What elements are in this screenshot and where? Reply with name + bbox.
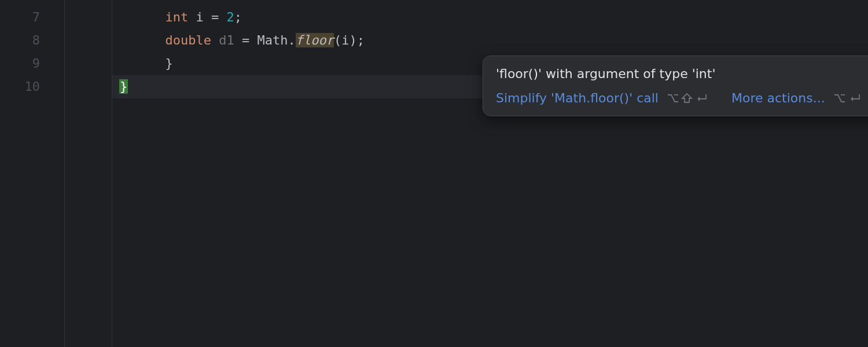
equals: = (211, 10, 219, 24)
number-literal: 2 (226, 10, 234, 24)
action-simplify-link[interactable]: Simplify 'Math.floor()' call (496, 91, 659, 105)
keyword-int: int (165, 10, 188, 24)
action-more[interactable]: More actions... (731, 91, 862, 105)
lparen: ( (334, 33, 341, 47)
inspection-tooltip: 'floor()' with argument of type 'int' Si… (483, 56, 868, 116)
fold-gutter[interactable] (52, 0, 65, 347)
variable-d1: d1 (219, 33, 234, 47)
tooltip-actions: Simplify 'Math.floor()' call (483, 86, 868, 116)
rparen: ) (349, 33, 356, 47)
option-key-icon (667, 93, 679, 104)
code-editor: 7 8 9 10 int i = 2; double d1 = Math.flo… (0, 0, 868, 347)
line-number[interactable]: 9 (0, 52, 52, 75)
indent (119, 56, 165, 71)
equals: = (242, 33, 249, 47)
shift-key-icon (681, 93, 693, 104)
shortcut-alt-enter (833, 93, 862, 104)
close-brace: } (165, 56, 172, 71)
semicolon: ; (357, 33, 365, 47)
semicolon: ; (234, 10, 242, 24)
dot: . (288, 33, 295, 47)
indent-guide-gutter (65, 0, 112, 347)
code-line[interactable]: double d1 = Math.floor(i); (112, 29, 868, 52)
action-more-link[interactable]: More actions... (731, 91, 825, 105)
arg-i: i (341, 33, 349, 47)
line-number[interactable]: 8 (0, 29, 52, 52)
code-line[interactable]: int i = 2; (112, 6, 868, 29)
method-floor-warning[interactable]: floor (296, 33, 334, 47)
code-area[interactable]: int i = 2; double d1 = Math.floor(i); } … (112, 0, 868, 347)
keyword-double: double (165, 33, 211, 47)
close-brace-matched: } (119, 79, 128, 94)
action-simplify[interactable]: Simplify 'Math.floor()' call (496, 91, 708, 105)
tooltip-title: 'floor()' with argument of type 'int' (496, 67, 715, 81)
line-number-gutter: 7 8 9 10 (0, 0, 52, 347)
line-number[interactable]: 10 (0, 75, 52, 98)
line-number[interactable]: 7 (0, 6, 52, 29)
tooltip-header: 'floor()' with argument of type 'int' (483, 56, 868, 86)
variable-i: i (196, 10, 203, 24)
indent (119, 10, 165, 24)
enter-key-icon (694, 93, 708, 104)
enter-key-icon (848, 93, 862, 104)
shortcut-alt-shift-enter (667, 93, 708, 104)
class-math: Math (257, 33, 288, 47)
indent (119, 33, 165, 47)
option-key-icon (833, 93, 846, 104)
